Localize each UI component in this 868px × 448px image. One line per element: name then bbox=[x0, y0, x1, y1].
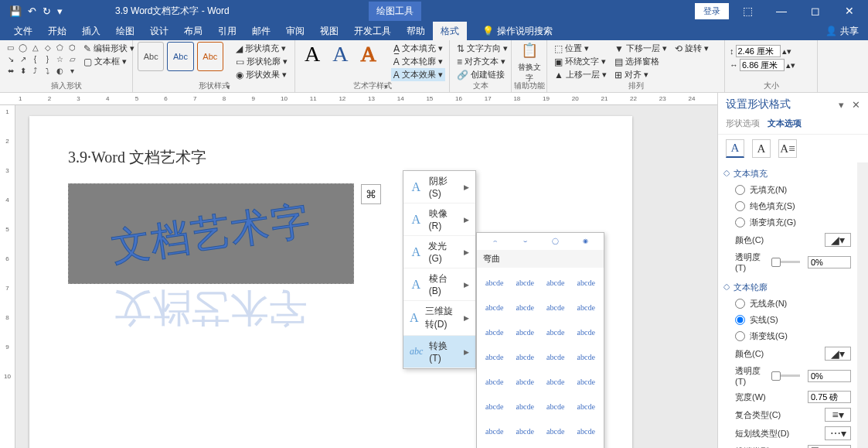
tab-help[interactable]: 帮助 bbox=[399, 22, 433, 40]
cap-type-select[interactable] bbox=[808, 445, 851, 448]
text-effects-button[interactable]: A文本效果 ▾ bbox=[391, 68, 445, 81]
wrap-text-button[interactable]: ▣环绕文字 ▾ bbox=[552, 55, 609, 68]
minimize-button[interactable]: — bbox=[766, 5, 797, 17]
tab-references[interactable]: 引用 bbox=[210, 22, 244, 40]
transform-preset[interactable]: abcde bbox=[541, 296, 570, 319]
shape-fill-button[interactable]: ◢形状填充 ▾ bbox=[233, 42, 290, 55]
pane-category-textbox-icon[interactable]: A≡ bbox=[778, 139, 797, 158]
transform-preset[interactable]: abcde bbox=[541, 395, 570, 418]
transform-preset[interactable]: abcde bbox=[480, 320, 509, 344]
close-button[interactable]: ✕ bbox=[834, 5, 865, 17]
shapes-gallery[interactable]: ▭◯△◇⬠⬡ ↘↗{}☆▱ ⬌⬍⤴⤵◐▾ bbox=[5, 42, 78, 76]
transform-preset[interactable]: abcde bbox=[511, 320, 540, 344]
fx-glow[interactable]: A发光(G)▶ bbox=[403, 236, 475, 268]
transparency-slider[interactable] bbox=[771, 261, 800, 263]
fx-transform[interactable]: abc转换(T)▶ bbox=[403, 336, 475, 368]
pane-category-fill-icon[interactable]: A bbox=[726, 139, 744, 158]
transform-preset[interactable]: abcde bbox=[541, 419, 570, 443]
wordart-preset-1[interactable]: A bbox=[300, 42, 325, 67]
align-text-button[interactable]: ≡对齐文本 ▾ bbox=[454, 55, 510, 68]
transform-preset[interactable]: abcde bbox=[511, 395, 540, 418]
text-direction-button[interactable]: ⇅文字方向 ▾ bbox=[454, 42, 510, 55]
compound-type-picker[interactable]: ≡▾ bbox=[825, 408, 851, 422]
alt-text-icon[interactable]: 📋 bbox=[521, 42, 538, 59]
fx-reflection[interactable]: A映像(R)▶ bbox=[403, 203, 475, 236]
pane-tab-text-options[interactable]: 文本选项 bbox=[768, 118, 802, 129]
transform-preset[interactable]: ◯ bbox=[542, 238, 570, 245]
shape-style-preset-2[interactable]: Abc bbox=[167, 42, 193, 71]
transform-preset[interactable]: abcde bbox=[541, 370, 570, 393]
wordart-text[interactable]: 文档艺术字 bbox=[108, 194, 315, 274]
wordart-preset-3[interactable]: A bbox=[356, 42, 380, 67]
radio-gradient-line[interactable]: 渐变线(G) bbox=[724, 328, 851, 344]
transform-preset[interactable]: abcde bbox=[541, 320, 570, 344]
tab-mailings[interactable]: 邮件 bbox=[244, 22, 278, 40]
height-input[interactable] bbox=[736, 45, 781, 57]
radio-gradient-fill[interactable]: 渐变填充(G) bbox=[724, 214, 851, 231]
transform-preset[interactable]: abcde bbox=[480, 419, 509, 443]
outline-transparency-slider[interactable] bbox=[771, 374, 800, 377]
transform-preset[interactable]: abcde bbox=[541, 271, 570, 294]
fx-shadow[interactable]: A阴影(S)▶ bbox=[403, 171, 475, 203]
transform-preset[interactable]: abcde bbox=[480, 370, 509, 393]
transform-preset[interactable]: abcde bbox=[572, 271, 601, 294]
transform-preset[interactable]: abcde bbox=[511, 370, 540, 393]
outline-width-input[interactable] bbox=[808, 391, 851, 403]
vertical-ruler[interactable]: 12345678910 bbox=[0, 105, 15, 448]
create-link-button[interactable]: 🔗创建链接 bbox=[454, 68, 510, 81]
radio-no-line[interactable]: 无线条(N) bbox=[724, 296, 851, 312]
tab-home[interactable]: 开始 bbox=[40, 22, 74, 40]
tab-file[interactable]: 文件 bbox=[6, 22, 40, 40]
transform-preset[interactable]: abcde bbox=[480, 444, 509, 448]
tab-layout[interactable]: 布局 bbox=[176, 22, 210, 40]
ribbon-options-icon[interactable]: ⬚ bbox=[732, 5, 763, 17]
tab-format[interactable]: 格式 bbox=[433, 22, 467, 40]
position-button[interactable]: ⬚位置 ▾ bbox=[552, 42, 609, 55]
rotate-button[interactable]: ⟲旋转 ▾ bbox=[672, 42, 711, 55]
fx-bevel[interactable]: A棱台(B)▶ bbox=[403, 268, 475, 301]
dash-type-picker[interactable]: ⋯▾ bbox=[825, 426, 851, 440]
redo-icon[interactable]: ↻ bbox=[43, 5, 51, 17]
pane-tab-shape-options[interactable]: 形状选项 bbox=[726, 118, 760, 129]
layout-options-icon[interactable]: ⌘ bbox=[361, 184, 381, 204]
radio-solid-line[interactable]: 实线(S) bbox=[724, 312, 851, 328]
save-icon[interactable]: 💾 bbox=[9, 5, 22, 17]
shape-style-preset-3[interactable]: Abc bbox=[197, 42, 223, 71]
transform-preset[interactable]: abcde bbox=[541, 444, 570, 448]
text-box-button[interactable]: ▢文本框 ▾ bbox=[81, 55, 137, 68]
transform-preset[interactable]: abcde bbox=[480, 345, 509, 368]
share-button[interactable]: 👤 共享 bbox=[825, 22, 859, 40]
width-input[interactable] bbox=[740, 59, 785, 71]
edit-shape-button[interactable]: ✎编辑形状 ▾ bbox=[81, 42, 137, 55]
color-picker[interactable]: ◢▾ bbox=[825, 233, 851, 247]
transform-preset[interactable]: abcde bbox=[572, 345, 601, 368]
tab-developer[interactable]: 开发工具 bbox=[346, 22, 399, 40]
align-button[interactable]: ⊞对齐 ▾ bbox=[612, 68, 669, 81]
transform-preset[interactable]: ⌣ bbox=[512, 238, 540, 245]
transform-preset[interactable]: abcde bbox=[541, 345, 570, 368]
width-spinner[interactable]: ↔▴▾ bbox=[730, 59, 795, 71]
transform-preset[interactable]: ◉ bbox=[572, 238, 600, 245]
send-backward-button[interactable]: ▼下移一层 ▾ bbox=[612, 42, 669, 55]
transform-preset[interactable]: abcde bbox=[511, 345, 540, 368]
tab-draw[interactable]: 绘图 bbox=[108, 22, 142, 40]
transform-preset[interactable]: abcde bbox=[572, 296, 601, 319]
transform-preset[interactable]: abcde bbox=[572, 395, 601, 418]
outline-color-picker[interactable]: ◢▾ bbox=[825, 347, 851, 361]
transparency-input[interactable] bbox=[808, 256, 851, 268]
text-outline-button[interactable]: A文本轮廓 ▾ bbox=[391, 55, 445, 68]
tab-view[interactable]: 视图 bbox=[312, 22, 346, 40]
undo-icon[interactable]: ↶ bbox=[28, 5, 36, 17]
wordart-object[interactable]: 文档艺术字 ⌘ bbox=[68, 183, 354, 284]
transform-preset[interactable]: abcde bbox=[511, 419, 540, 443]
transform-preset[interactable]: abcde bbox=[511, 444, 540, 448]
spinner-icon[interactable]: ▴▾ bbox=[782, 46, 791, 56]
bring-forward-button[interactable]: ▲上移一层 ▾ bbox=[552, 68, 609, 81]
shape-effects-button[interactable]: ◉形状效果 ▾ bbox=[233, 68, 290, 81]
document-heading[interactable]: 3.9·Word 文档艺术字 bbox=[68, 147, 594, 168]
outline-transparency-input[interactable] bbox=[808, 370, 851, 382]
pane-scrollbar[interactable] bbox=[857, 162, 868, 448]
wordart-preset-2[interactable]: A bbox=[328, 42, 352, 67]
tab-insert[interactable]: 插入 bbox=[74, 22, 108, 40]
transform-preset[interactable]: ⌢ bbox=[482, 238, 509, 245]
